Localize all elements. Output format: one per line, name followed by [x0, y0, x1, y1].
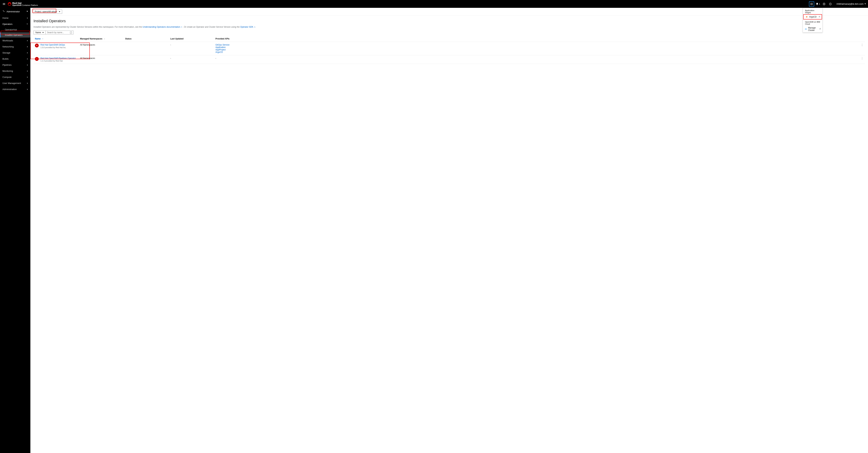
col-managed-namespaces[interactable]: Managed Namespaces ↕: [79, 36, 124, 42]
launcher-item-label: Manage Cluster: [808, 27, 820, 31]
chevron-right-icon: [27, 64, 28, 66]
cell-managed-namespaces: All Namespaces: [79, 42, 124, 55]
cell-managed-namespaces: All Namespaces: [79, 55, 124, 64]
notification-count: 1: [819, 3, 820, 5]
search-input[interactable]: [47, 31, 68, 34]
help-button[interactable]: ?: [828, 1, 833, 7]
nav-item-storage[interactable]: Storage: [0, 50, 30, 56]
bell-icon: [816, 3, 818, 5]
launcher-group-title: Application Stages: [803, 8, 823, 14]
project-label: Project: openshift-gitops: [35, 10, 57, 13]
svg-rect-4: [810, 4, 811, 4]
nav-item-operators[interactable]: Operators: [0, 21, 30, 27]
nav-label: Home: [2, 17, 8, 19]
chevron-right-icon: [27, 89, 28, 90]
nav-item-administration[interactable]: Administration: [0, 86, 30, 92]
svg-rect-3: [812, 3, 813, 3]
main-content: Project: openshift-gitops Installed Oper…: [30, 8, 868, 453]
cogs-icon: [2, 10, 5, 13]
nav-label: Builds: [2, 58, 8, 60]
keyboard-shortcut-hint: /: [70, 31, 72, 34]
perspective-switcher[interactable]: Administrator: [0, 8, 30, 15]
masthead-actions: 1 ? IAM#almarazj@ie.ibm.com: [809, 1, 866, 7]
hamburger-icon: [2, 2, 5, 5]
svg-point-13: [806, 16, 807, 18]
nav-label: Monitoring: [2, 70, 13, 72]
nav-label: Pipelines: [2, 64, 12, 66]
row-actions-kebab[interactable]: ⋮: [859, 55, 865, 64]
nav-label: Compute: [2, 76, 12, 78]
link-understanding-operators[interactable]: Understanding Operators documentation ↗: [143, 26, 182, 28]
nav-item-user-management[interactable]: User Management: [0, 80, 30, 86]
operator-subtitle: 1.0.0 provided by Red Hat Inc.: [40, 47, 66, 49]
project-dropdown[interactable]: Project: openshift-gitops: [33, 9, 62, 14]
link-operator-sdk[interactable]: Operator SDK ↗: [240, 26, 255, 28]
provided-api-link[interactable]: GitOps Service: [215, 44, 858, 46]
cloud-icon: [805, 28, 807, 30]
external-link-icon: ↗: [181, 26, 182, 28]
nav-toggle-button[interactable]: [0, 0, 8, 8]
operators-table: Name ↑ Managed Namespaces ↕ Status Last …: [33, 36, 865, 64]
nav-label: Administration: [2, 88, 17, 90]
nav-label: Operators: [2, 23, 12, 25]
col-name[interactable]: Name ↑: [33, 36, 79, 42]
filter-attribute-dropdown[interactable]: Name: [33, 31, 45, 34]
provided-api-link[interactable]: Application: [215, 46, 858, 49]
col-status[interactable]: Status: [124, 36, 169, 42]
provided-api-link[interactable]: ArgoCD: [215, 51, 858, 53]
user-label: IAM#almarazj@ie.ibm.com: [836, 3, 864, 5]
nav-item-workloads[interactable]: Workloads: [0, 37, 30, 44]
nav-item-monitoring[interactable]: Monitoring: [0, 68, 30, 74]
chevron-right-icon: [27, 46, 28, 48]
notifications-button[interactable]: 1: [815, 1, 820, 7]
brand[interactable]: Red Hat OpenShift Container Platform: [8, 2, 38, 6]
svg-rect-5: [811, 4, 812, 4]
col-actions: [859, 36, 865, 42]
nav-item-builds[interactable]: Builds: [0, 56, 30, 62]
nav-label: Networking: [2, 46, 14, 48]
svg-rect-2: [811, 3, 812, 3]
launcher-item-label: ArgoCD: [809, 16, 817, 18]
launcher-item-argocd[interactable]: ArgoCD: [803, 14, 822, 20]
col-last-updated[interactable]: Last Updated: [169, 36, 214, 42]
app-launcher-button[interactable]: [809, 1, 814, 7]
user-menu[interactable]: IAM#almarazj@ie.ibm.com: [836, 3, 866, 5]
operator-subtitle: 1.2.3 provided by Red Hat: [40, 60, 76, 62]
table-row: Red Hat OpenShift GitOps1.0.0 provided b…: [33, 42, 865, 55]
nav-item-pipelines[interactable]: Pipelines: [0, 62, 30, 68]
nav-sub-operatorhub[interactable]: OperatorHub: [0, 27, 30, 32]
filter-attribute-label: Name: [35, 31, 41, 34]
launcher-item-manage-cluster[interactable]: Manage Cluster: [803, 26, 823, 32]
page-description: Installed Operators are represented by C…: [33, 26, 865, 28]
nav-item-compute[interactable]: Compute: [0, 74, 30, 80]
svg-point-15: [807, 17, 807, 17]
brand-text: Red Hat OpenShift Container Platform: [12, 2, 38, 6]
cell-provided-apis: -: [214, 55, 859, 64]
app-launcher-panel: Application Stages ArgoCD OpenShift on I…: [803, 8, 823, 32]
col-provided-apis[interactable]: Provided APIs: [214, 36, 859, 42]
launcher-group-title: OpenShift on IBM Cloud: [803, 20, 823, 26]
operator-logo-icon: [35, 57, 39, 61]
svg-point-16: [3, 10, 4, 11]
chevron-right-icon: [27, 77, 28, 78]
chevron-right-icon: [27, 58, 28, 60]
cell-last-updated: -: [169, 42, 214, 55]
nav-label: User Management: [2, 82, 21, 84]
nav-item-networking[interactable]: Networking: [0, 44, 30, 50]
chevron-right-icon: [27, 18, 28, 19]
svg-point-14: [806, 17, 807, 17]
operator-logo-icon: [35, 44, 39, 48]
operator-name-link[interactable]: Red Hat OpenShift GitOps: [40, 44, 65, 46]
import-button[interactable]: [822, 1, 827, 7]
search-wrapper: /: [45, 31, 73, 34]
nav-item-home[interactable]: Home: [0, 15, 30, 21]
provided-api-link[interactable]: AppProject: [215, 49, 858, 51]
operator-name-link[interactable]: Red Hat OpenShift Pipelines Operator: [40, 57, 76, 59]
chevron-down-icon: [27, 24, 28, 25]
row-actions-kebab[interactable]: ⋮: [859, 42, 865, 55]
nav-sub-installed-operators[interactable]: Installed Operators: [0, 32, 30, 37]
sort-icon: ↕: [104, 37, 105, 40]
cell-provided-apis: GitOps ServiceApplicationAppProjectArgoC…: [214, 42, 859, 55]
redhat-logo-icon: [8, 2, 11, 6]
project-toolbar: Project: openshift-gitops: [30, 8, 868, 16]
